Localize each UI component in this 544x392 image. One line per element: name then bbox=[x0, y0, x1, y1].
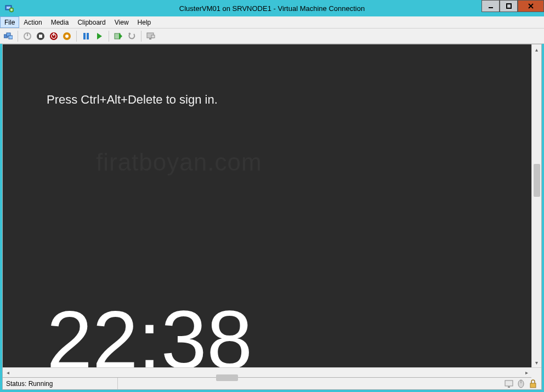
svg-rect-4 bbox=[507, 4, 511, 8]
menu-bar: File Action Media Clipboard View Help bbox=[0, 16, 544, 29]
status-text: Status: Running bbox=[3, 378, 118, 389]
minimize-button[interactable] bbox=[481, 0, 500, 12]
svg-rect-21 bbox=[149, 38, 151, 39]
stop-icon bbox=[36, 32, 45, 41]
status-bar: Status: Running bbox=[2, 378, 542, 390]
lock-clock: 22:38 bbox=[47, 299, 252, 367]
vertical-scrollbar[interactable]: ▴ ▾ bbox=[531, 44, 541, 367]
enhanced-session-button[interactable] bbox=[145, 30, 157, 42]
power-icon bbox=[49, 32, 58, 41]
svg-point-16 bbox=[65, 35, 69, 38]
menu-help[interactable]: Help bbox=[133, 16, 156, 28]
title-bar: ClusterVM01 on SRVNODE1 - Virtual Machin… bbox=[0, 0, 544, 16]
ctrl-alt-del-button[interactable] bbox=[2, 30, 14, 42]
play-icon bbox=[95, 32, 104, 41]
scroll-corner bbox=[531, 368, 541, 378]
svg-rect-3 bbox=[489, 7, 493, 8]
keys-icon bbox=[4, 32, 13, 41]
svg-rect-17 bbox=[83, 33, 86, 39]
watermark-text: firatboyan.com bbox=[96, 149, 262, 176]
mouse-status-icon bbox=[516, 379, 526, 389]
reset-button[interactable] bbox=[93, 30, 105, 42]
maximize-button[interactable] bbox=[500, 0, 518, 12]
svg-rect-7 bbox=[9, 36, 13, 39]
pause-button[interactable] bbox=[80, 30, 92, 42]
horizontal-scrollbar[interactable]: ◂ ▸ bbox=[3, 367, 541, 377]
toolbar bbox=[0, 29, 544, 44]
menu-media[interactable]: Media bbox=[47, 16, 73, 28]
lock-message: Press Ctrl+Alt+Delete to sign in. bbox=[47, 93, 218, 107]
window-title: ClusterVM01 on SRVNODE1 - Virtual Machin… bbox=[0, 4, 544, 13]
checkpoint-button[interactable] bbox=[112, 30, 124, 42]
lock-status-icon bbox=[528, 379, 538, 389]
vm-display[interactable]: Press Ctrl+Alt+Delete to sign in. firatb… bbox=[3, 44, 531, 367]
start-button[interactable] bbox=[21, 30, 33, 42]
svg-rect-14 bbox=[53, 33, 54, 36]
save-button[interactable] bbox=[61, 30, 73, 42]
svg-rect-27 bbox=[530, 383, 536, 388]
revert-button[interactable] bbox=[126, 30, 138, 42]
vertical-scroll-thumb[interactable] bbox=[534, 164, 540, 197]
power-on-icon bbox=[23, 32, 32, 41]
save-state-icon bbox=[63, 32, 71, 41]
menu-file[interactable]: File bbox=[0, 16, 19, 28]
scroll-right-icon[interactable]: ▸ bbox=[522, 368, 531, 377]
menu-action[interactable]: Action bbox=[19, 16, 46, 28]
checkpoint-icon bbox=[114, 32, 123, 41]
svg-rect-24 bbox=[508, 387, 510, 388]
menu-clipboard[interactable]: Clipboard bbox=[73, 16, 110, 28]
pause-icon bbox=[82, 32, 90, 41]
svg-rect-11 bbox=[39, 35, 42, 38]
turnoff-button[interactable] bbox=[35, 30, 47, 42]
app-icon bbox=[2, 0, 16, 16]
close-button[interactable] bbox=[518, 0, 544, 12]
revert-icon bbox=[127, 32, 136, 41]
svg-rect-23 bbox=[505, 380, 513, 386]
display-status-icon bbox=[504, 379, 514, 389]
svg-rect-22 bbox=[151, 35, 155, 38]
svg-rect-18 bbox=[87, 33, 89, 39]
scroll-up-icon[interactable]: ▴ bbox=[532, 44, 541, 54]
menu-view[interactable]: View bbox=[110, 16, 133, 28]
monitor-icon bbox=[146, 32, 155, 41]
horizontal-scroll-thumb[interactable] bbox=[216, 374, 238, 381]
content-area: Press Ctrl+Alt+Delete to sign in. firatb… bbox=[2, 44, 542, 378]
scroll-down-icon[interactable]: ▾ bbox=[532, 357, 541, 367]
svg-rect-9 bbox=[27, 33, 28, 36]
scroll-left-icon[interactable]: ◂ bbox=[3, 368, 13, 377]
shutdown-button[interactable] bbox=[48, 30, 60, 42]
